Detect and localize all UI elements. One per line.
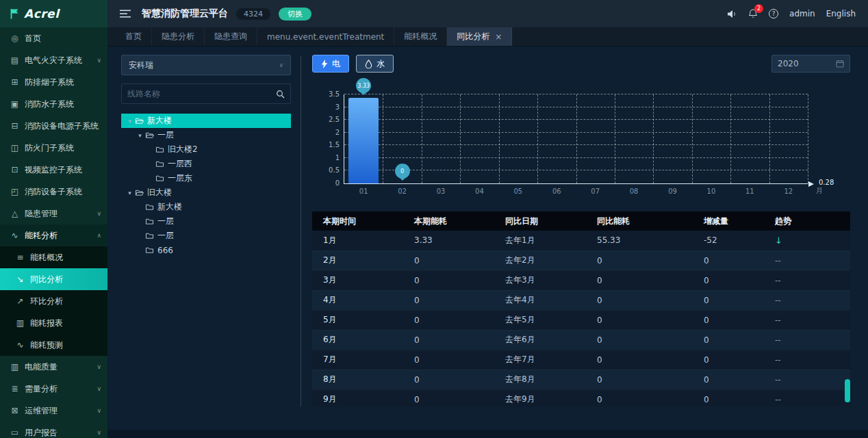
- sidebar-item-fire-equipment-power-subsystem[interactable]: ⊟消防设备电源子系统: [0, 115, 107, 137]
- table-cell: 0: [586, 370, 693, 389]
- tree-node[interactable]: 一层: [121, 214, 291, 229]
- sidebar-item-smoke-control-subsystem[interactable]: ⊞防排烟子系统: [0, 71, 107, 93]
- menu-item-label: 电气火灾子系统: [25, 55, 82, 66]
- y-axis-label: 2.5: [329, 116, 340, 123]
- tab-home[interactable]: 首页: [116, 27, 152, 46]
- table-cell: 0: [403, 310, 494, 330]
- table-cell: 0: [403, 330, 494, 350]
- chevron-down-icon: ∨: [97, 407, 101, 414]
- caret-down-icon[interactable]: ▾: [136, 132, 144, 139]
- chevron-up-icon: ∧: [97, 232, 101, 239]
- table-row: 6月0去年6月00--: [312, 330, 850, 350]
- menu-item-label: 消防设备子系统: [25, 186, 82, 198]
- menu-item-label: 用户报告: [25, 427, 58, 438]
- submenu-item-energy-forecast[interactable]: ∿能耗预测: [0, 334, 107, 356]
- sidebar-item-energy-analysis[interactable]: ∿能耗分析∧: [0, 224, 107, 246]
- search-icon[interactable]: [276, 90, 285, 99]
- grid-line: [769, 94, 770, 183]
- tree-node[interactable]: ▾新大楼: [121, 114, 291, 128]
- tab-close-icon[interactable]: ×: [495, 32, 502, 42]
- sidebar-item-electrical-fire-subsystem[interactable]: ▤电气火灾子系统∨: [0, 49, 107, 71]
- language-switch[interactable]: English: [826, 9, 856, 18]
- electric-toggle-button[interactable]: 电: [312, 55, 349, 73]
- data-marker: 0: [395, 164, 410, 179]
- submenu-item-energy-overview[interactable]: ≡能耗概况: [0, 246, 107, 268]
- table-row: 5月0去年5月00--: [312, 310, 850, 330]
- home-icon: ◎: [10, 34, 20, 43]
- tab-energy-overview[interactable]: 能耗概况: [394, 27, 447, 46]
- switch-button[interactable]: 切换: [279, 8, 311, 21]
- sidebar-item-fire-water-subsystem[interactable]: ▣消防水子系统: [0, 93, 107, 115]
- menu-collapse-icon[interactable]: [120, 10, 131, 18]
- y-axis-label: 0: [335, 179, 340, 187]
- table-row: 7月0去年7月00--: [312, 350, 850, 370]
- bell-icon[interactable]: 2: [748, 9, 758, 18]
- water-toggle-button[interactable]: 水: [356, 55, 394, 73]
- tab-label: 隐患分析: [162, 31, 194, 42]
- x-axis-label: 09: [668, 188, 677, 195]
- tree-node[interactable]: 一层西: [121, 157, 291, 171]
- ops-icon: ⊠: [10, 406, 20, 415]
- menu-item-label: 同比分析: [30, 274, 63, 285]
- tree-node[interactable]: 666: [121, 243, 291, 257]
- help-icon[interactable]: ?: [769, 9, 778, 18]
- grid-line: [692, 94, 693, 183]
- sidebar-item-demand-analysis[interactable]: ≣需量分析∨: [0, 378, 107, 400]
- table-cell: 0: [403, 250, 494, 270]
- speaker-icon[interactable]: [727, 10, 737, 18]
- x-axis-arrow: [808, 181, 814, 187]
- sidebar-item-video-monitoring-subsystem[interactable]: ⊡视频监控子系统: [0, 159, 107, 181]
- tree-node[interactable]: 一层: [121, 229, 291, 243]
- folder-open-icon: [135, 189, 144, 196]
- table-cell: --: [764, 350, 850, 370]
- vertical-scrollbar-thumb[interactable]: [845, 379, 850, 402]
- submenu-item-yoy-analysis[interactable]: ↘同比分析: [0, 268, 107, 290]
- submenu-item-energy-report[interactable]: ▥能耗报表: [0, 312, 107, 334]
- y-axis-label: 3: [335, 103, 340, 111]
- tree-node[interactable]: 旧大楼2: [121, 142, 291, 157]
- trend-flat-label: --: [775, 375, 781, 385]
- sidebar-item-operation-management[interactable]: ⊠运维管理∨: [0, 400, 107, 422]
- tree-node-label: 新大楼: [147, 115, 172, 127]
- caret-down-icon[interactable]: ▾: [125, 118, 134, 125]
- tab-hazard-query[interactable]: 隐患查询: [205, 27, 257, 46]
- sidebar-item-fire-door-subsystem[interactable]: ◫防火门子系统: [0, 137, 107, 159]
- table-cell: 去年9月: [494, 389, 586, 407]
- tab-event-treatment[interactable]: menu.event.eventTreatment: [257, 27, 394, 46]
- smoke-control-icon: ⊞: [10, 77, 20, 87]
- tab-hazard-analysis[interactable]: 隐患分析: [152, 27, 205, 46]
- year-picker[interactable]: 2020: [771, 55, 850, 73]
- sidebar-item-fire-equipment-subsystem[interactable]: ◰消防设备子系统: [0, 181, 107, 203]
- x-axis-label: 08: [630, 188, 639, 195]
- sidebar-item-user-report[interactable]: ▭用户报告∨: [0, 422, 107, 438]
- electrical-fire-icon: ▤: [10, 55, 20, 65]
- menu-item-label: 运维管理: [25, 405, 58, 417]
- table-cell: --: [764, 370, 850, 389]
- tree-node[interactable]: 新大楼: [121, 200, 291, 214]
- organization-dropdown[interactable]: 安科瑞 ∨: [121, 55, 291, 75]
- water-label: 水: [376, 58, 385, 70]
- table-cell: 0: [586, 250, 693, 270]
- sidebar-item-power-quality[interactable]: ▥电能质量∨: [0, 356, 107, 378]
- trend-flat-label: --: [775, 315, 781, 325]
- tab-yoy-analysis[interactable]: 同比分析×: [447, 27, 512, 46]
- table-cell: -52: [693, 231, 764, 250]
- sidebar-item-home[interactable]: ◎首页: [0, 27, 107, 49]
- trend-flat-label: --: [775, 335, 781, 345]
- chevron-down-icon: ∨: [97, 210, 101, 217]
- caret-down-icon[interactable]: ▾: [125, 190, 134, 196]
- trend-flat-label: --: [775, 256, 781, 266]
- line-search-input[interactable]: [127, 89, 272, 99]
- table-header-cell: 本期能耗: [403, 211, 494, 231]
- table-cell: 0: [586, 290, 693, 310]
- tree-node[interactable]: ▾一层: [121, 128, 291, 142]
- sidebar-item-hazard-management[interactable]: △隐患管理∨: [0, 203, 107, 224]
- grid-line: [460, 94, 461, 183]
- tree-node[interactable]: 一层东: [121, 171, 291, 185]
- droplet-icon: [365, 60, 372, 68]
- submenu-item-mom-analysis[interactable]: ↗环比分析: [0, 290, 107, 312]
- folder-icon: [145, 246, 154, 254]
- menu-item-label: 视频监控子系统: [25, 164, 82, 176]
- user-name[interactable]: admin: [789, 9, 815, 18]
- tree-node[interactable]: ▾旧大楼: [121, 185, 291, 200]
